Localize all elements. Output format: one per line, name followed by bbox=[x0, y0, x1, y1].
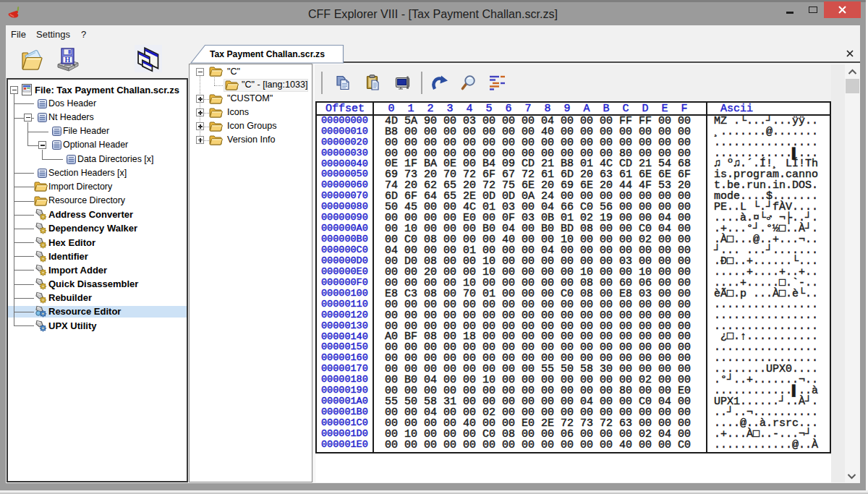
svg-text:H: H bbox=[65, 56, 71, 64]
